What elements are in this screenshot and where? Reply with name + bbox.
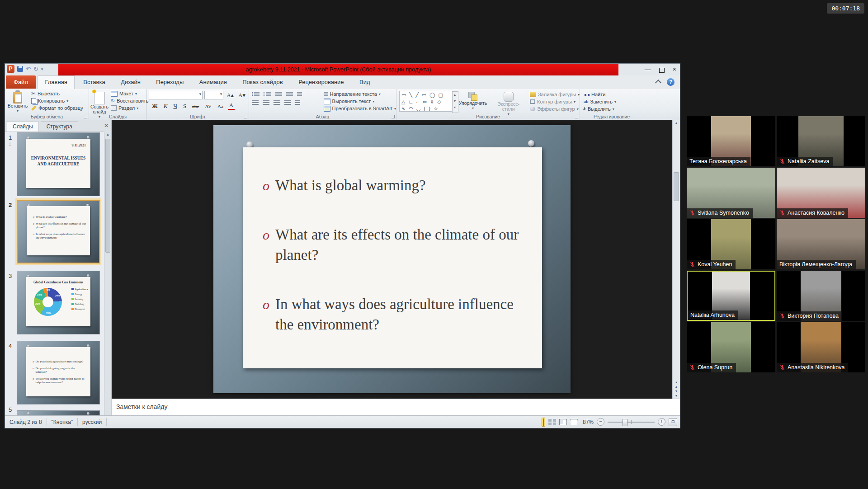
tab-review[interactable]: Рецензирование (292, 75, 350, 89)
view-slideshow-button[interactable] (570, 419, 578, 425)
tab-slideshow[interactable]: Показ слайдов (236, 75, 290, 89)
char-spacing-button[interactable]: AV (203, 103, 212, 109)
current-slide[interactable]: o What is global warming? o What are its… (213, 125, 571, 393)
slide2-thumbnail[interactable]: oWhat is global warming? oWhat are its e… (17, 200, 100, 263)
justify-icon[interactable] (284, 100, 291, 105)
tab-home[interactable]: Главная (38, 75, 74, 89)
redo-icon[interactable]: ↻ (33, 66, 38, 72)
tab-animation[interactable]: Анимация (193, 75, 234, 89)
slide4-thumbnail[interactable]: oDo you think agriculture must change? o… (17, 341, 100, 404)
bold-button[interactable]: Ж (151, 103, 159, 110)
save-icon[interactable] (17, 66, 23, 72)
tab-file[interactable]: Файл (6, 75, 36, 89)
participant-tile[interactable]: Тетяна Болжеларська (687, 116, 775, 166)
drawing-dialog-launcher[interactable] (575, 115, 578, 118)
underline-button[interactable]: Ч (172, 103, 179, 110)
reset-button[interactable]: ↻Восстановить (111, 97, 149, 104)
view-normal-button[interactable] (542, 418, 545, 427)
slide-text-card[interactable]: o What is global warming? o What are its… (243, 147, 542, 368)
increase-indent-icon[interactable] (286, 92, 293, 97)
slide-nav-buttons[interactable]: ▲▲▼▼ (672, 379, 680, 399)
align-text-button[interactable]: Выровнять текст▾ (324, 98, 396, 105)
zoom-slider-thumb[interactable] (623, 419, 627, 426)
find-button[interactable]: Найти (584, 91, 640, 98)
undo-icon[interactable]: ↶ (26, 66, 31, 72)
tab-insert[interactable]: Вставка (76, 75, 112, 89)
quick-styles-button[interactable]: Экспресс-стили▾ (493, 89, 524, 117)
italic-button[interactable]: К (162, 103, 169, 110)
font-name-select[interactable] (149, 91, 203, 99)
zoom-out-button[interactable]: − (597, 418, 604, 426)
numbering-icon[interactable] (264, 92, 271, 97)
powerpoint-logo-icon[interactable]: P (7, 65, 14, 73)
participant-tile[interactable]: Виктория Потапова (777, 271, 865, 321)
status-language[interactable]: русский (78, 418, 107, 426)
panel-close-icon[interactable]: ✕ (104, 122, 108, 129)
main-scroll-thumb[interactable] (674, 172, 679, 201)
shadow-button[interactable]: S (182, 103, 188, 110)
align-left-icon[interactable] (252, 100, 259, 105)
participant-tile[interactable]: Анастасия Коваленко (777, 168, 865, 218)
scroll-up-icon[interactable]: ▲ (673, 120, 680, 127)
shape-fill-button[interactable]: Заливка фигуры▾ (530, 91, 580, 98)
strikethrough-button[interactable]: abc (191, 103, 200, 109)
participant-tile[interactable]: Olena Suprun (687, 322, 775, 372)
tab-design[interactable]: Дизайн (114, 75, 147, 89)
panel-scrollbar[interactable]: ▲ (104, 132, 111, 416)
title-bar[interactable]: P ↶ ↻ ▾ agrokebety 9.11.2021 - Microsoft… (5, 64, 680, 75)
cut-button[interactable]: ✂Вырезать (31, 90, 83, 97)
replace-button[interactable]: abЗаменить▾ (584, 98, 640, 105)
line-spacing-icon[interactable] (297, 92, 302, 97)
collapse-ribbon-icon[interactable] (655, 80, 661, 86)
columns-icon[interactable] (295, 100, 300, 105)
bullets-icon[interactable] (252, 92, 259, 97)
change-case-button[interactable]: Aa (216, 103, 225, 109)
zoom-slider[interactable] (608, 422, 655, 423)
qat-dropdown-icon[interactable]: ▾ (41, 67, 43, 71)
arrange-button[interactable]: Упорядочить▾ (459, 89, 487, 117)
notes-pane[interactable]: Заметки к слайду (112, 399, 680, 416)
main-scrollbar[interactable]: ▲ (672, 120, 680, 399)
participant-tile[interactable]: Koval Yeuhen (687, 219, 775, 269)
panel-tab-slides[interactable]: Слайды (7, 121, 39, 132)
close-button[interactable]: × (673, 65, 676, 74)
font-dialog-launcher[interactable] (244, 115, 247, 118)
select-button[interactable]: Выделить▾ (584, 105, 640, 113)
paste-button[interactable]: Вставить▾ (7, 90, 28, 113)
font-size-select[interactable] (204, 91, 223, 99)
grow-font-button[interactable]: A▴ (225, 92, 235, 99)
participant-tile[interactable]: Вікторія Лемещенко-Лагода (777, 219, 865, 269)
participant-tile[interactable]: Svitlana Symonenko (687, 168, 775, 218)
minimize-button[interactable]: — (645, 65, 651, 74)
view-sorter-button[interactable] (548, 419, 556, 425)
scroll-up-icon[interactable]: ▲ (104, 132, 111, 138)
zoom-in-button[interactable]: + (658, 418, 665, 426)
shape-outline-button[interactable]: Контур фигуры▾ (530, 98, 580, 105)
shape-effects-button[interactable]: Эффекты фигур▾ (530, 105, 580, 113)
copy-button[interactable]: Копировать▾ (31, 97, 83, 104)
panel-tab-outline[interactable]: Структура (41, 121, 78, 132)
fit-to-window-button[interactable]: ⊡ (669, 418, 677, 426)
align-center-icon[interactable] (263, 100, 269, 105)
restore-button[interactable] (659, 68, 665, 73)
help-icon[interactable]: ? (667, 78, 675, 86)
text-direction-button[interactable]: Направление текста▾ (324, 90, 396, 98)
layout-button[interactable]: Макет▾ (111, 90, 149, 97)
shrink-font-button[interactable]: A▾ (237, 92, 247, 99)
smartart-button[interactable]: Преобразовать в SmartArt▾ (324, 105, 396, 112)
slide3-thumbnail[interactable]: Global Greenhouse Gas Emissions 24% 35% … (17, 271, 100, 334)
participant-tile[interactable]: Anastasiia Nikirenkova (777, 322, 865, 372)
paragraph-dialog-launcher[interactable] (392, 115, 395, 118)
shapes-gallery[interactable]: ▭ ╲ ╱ ▭ ◯ ▢ △ ∟ ⌐ ⇦ ⇩ ◇ ∿ ◠ ◡ { } ☆ ▲▼▼ (399, 91, 453, 112)
clipboard-dialog-launcher[interactable] (84, 115, 87, 118)
tab-transitions[interactable]: Переходы (149, 75, 190, 89)
align-right-icon[interactable] (274, 100, 280, 105)
slide1-thumbnail[interactable]: 9.11.2021 ENVIRONMENTAL ISSUES AND AGRIC… (17, 132, 100, 196)
section-button[interactable]: Раздел▾ (111, 104, 149, 112)
view-reading-button[interactable] (559, 419, 567, 425)
zoom-level[interactable]: 87% (583, 419, 594, 425)
decrease-indent-icon[interactable] (275, 92, 282, 97)
participant-tile[interactable]: Nataliia Zaitseva (777, 116, 865, 166)
panel-scroll-thumb[interactable] (105, 139, 110, 253)
shapes-gallery-scroll[interactable]: ▲▼▼ (452, 91, 458, 113)
